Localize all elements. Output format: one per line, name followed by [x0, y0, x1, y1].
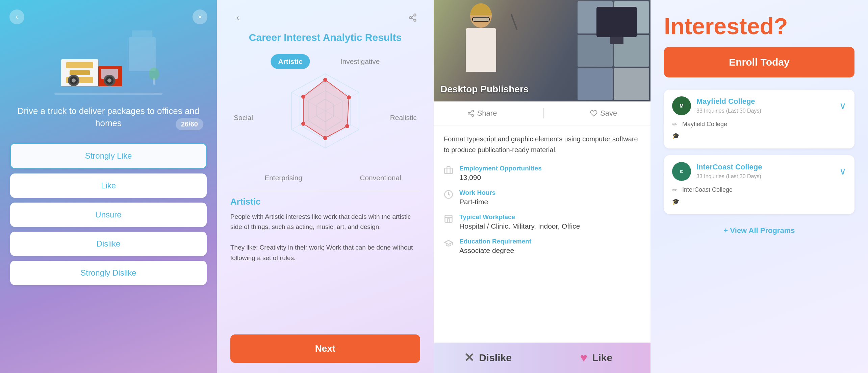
like-footer-button[interactable]: ♥ Like [542, 343, 650, 373]
like-button[interactable]: Like [10, 173, 207, 198]
section-divider [230, 191, 420, 191]
graduation-icon-3: 🎓 [672, 198, 679, 205]
career-analytic-panel: ‹ Career Interest Analytic Results [217, 0, 434, 373]
building-icon [444, 214, 455, 225]
like-footer-label: Like [592, 352, 612, 364]
pencil-icon-2: ✏ [672, 186, 679, 194]
mayfield-college-card: M Mayfield College 33 Inquiries (Last 30… [664, 90, 854, 148]
building-decoration [129, 37, 156, 71]
answer-options: Strongly Like Like Unsure Dislike Strong… [10, 143, 207, 285]
section-title: Artistic [230, 196, 420, 207]
mayfield-logo: M [672, 96, 691, 115]
svg-marker-12 [303, 80, 349, 138]
job-description: Format typescript and graphic elements u… [444, 134, 640, 155]
mayfield-detail-name: Mayfield College [682, 121, 727, 128]
intercoast-college-name[interactable]: InterCoast College [696, 163, 839, 171]
intercoast-expand-button[interactable]: ∨ [839, 166, 846, 177]
intercoast-detail-row-2: 🎓 [672, 196, 846, 207]
panel2-back-button[interactable]: ‹ [230, 10, 245, 25]
mayfield-college-name[interactable]: Mayfield College [696, 97, 839, 106]
analytic-title: Career Interest Analytic Results [230, 32, 420, 43]
svg-point-17 [301, 122, 305, 126]
workplace-info: Typical Workplace Hospital / Clinic, Mil… [444, 213, 640, 230]
pencil-icon: ✏ [672, 121, 679, 128]
job-actions-bar: Share Save [434, 101, 650, 125]
save-label: Save [600, 109, 617, 118]
radar-chart: Artistic Investigative Social Realistic … [230, 53, 420, 182]
intercoast-detail-name: InterCoast College [682, 186, 733, 193]
progress-indicator: 26/60 [176, 118, 203, 130]
svg-point-21 [471, 115, 474, 117]
workplace-value: Hospital / Clinic, Military, Indoor, Off… [459, 222, 580, 230]
save-action-button[interactable]: Save [590, 109, 617, 118]
like-dislike-footer: ✕ Dislike ♥ Like [434, 343, 650, 373]
svg-rect-24 [444, 168, 452, 173]
intercoast-college-card: IC InterCoast College 33 Inquiries (Last… [664, 155, 854, 214]
employment-info: Employment Opportunities 13,090 [444, 165, 640, 182]
education-info: Education Requirement Associate degree [444, 238, 640, 255]
employment-value: 13,090 [459, 173, 542, 182]
job-content: Format typescript and graphic elements u… [434, 125, 650, 343]
actions-divider [543, 108, 544, 118]
svg-point-14 [347, 95, 351, 99]
svg-point-2 [414, 19, 416, 21]
svg-line-4 [411, 16, 414, 17]
workplace-label: Typical Workplace [459, 213, 580, 221]
view-all-programs-button[interactable]: + View All Programs [664, 226, 854, 235]
career-quiz-panel: ‹ × [0, 0, 217, 373]
svg-line-22 [470, 114, 472, 115]
dislike-button[interactable]: Dislike [10, 232, 207, 256]
mayfield-detail-row-1: ✏ Mayfield College [672, 119, 846, 130]
svg-line-23 [470, 112, 472, 113]
share-action-button[interactable]: Share [467, 109, 497, 118]
job-hero-image: Desktop Publishers [434, 0, 650, 101]
dislike-footer-button[interactable]: ✕ Dislike [434, 343, 542, 373]
artistic-label: Artistic [271, 54, 310, 69]
svg-point-1 [409, 17, 412, 19]
dislike-x-icon: ✕ [464, 351, 474, 365]
intercoast-logo: IC [672, 162, 691, 181]
conventional-label: Conventional [360, 174, 401, 182]
unsure-button[interactable]: Unsure [10, 203, 207, 227]
mayfield-detail-row-2: 🎓 [672, 130, 846, 142]
strongly-like-button[interactable]: Strongly Like [10, 143, 207, 169]
enroll-button[interactable]: Enroll Today [664, 47, 854, 77]
job-title: Desktop Publishers [440, 84, 529, 95]
job-detail-panel: Desktop Publishers Share Save Format typ… [434, 0, 650, 373]
like-heart-icon: ♥ [580, 351, 587, 365]
social-label: Social [234, 114, 253, 122]
panel2-share-button[interactable] [405, 10, 420, 25]
enterprising-label: Enterprising [264, 174, 302, 182]
close-button[interactable]: × [193, 9, 207, 24]
svg-line-3 [411, 18, 414, 20]
graduation-icon [444, 238, 455, 249]
tree-decoration [149, 68, 159, 85]
monitor-decoration [596, 7, 637, 37]
interested-panel: Interested? Enroll Today M Mayfield Coll… [650, 0, 868, 373]
strongly-dislike-button[interactable]: Strongly Dislike [10, 261, 207, 285]
svg-point-20 [468, 112, 470, 114]
truck-graphic [61, 71, 122, 86]
back-button[interactable]: ‹ [9, 9, 24, 24]
work-hours-value: Part-time [459, 198, 495, 206]
realistic-label: Realistic [390, 114, 417, 122]
investigative-label: Investigative [340, 54, 380, 69]
truck-cargo [61, 59, 98, 86]
dislike-footer-label: Dislike [479, 352, 512, 364]
road-decoration [54, 93, 162, 95]
intercoast-detail-row-1: ✏ InterCoast College [672, 184, 846, 196]
svg-point-15 [345, 124, 349, 128]
briefcase-icon [444, 165, 455, 176]
work-hours-info: Work Hours Part-time [444, 189, 640, 206]
next-button[interactable]: Next [230, 334, 420, 363]
clock-icon [444, 190, 455, 201]
interested-title: Interested? [664, 14, 854, 39]
education-label: Education Requirement [459, 238, 531, 245]
mayfield-expand-button[interactable]: ∨ [839, 100, 846, 111]
svg-point-19 [471, 110, 474, 112]
intercoast-inquiries: 33 Inquiries (Last 30 Days) [696, 173, 839, 180]
truck-illustration [51, 27, 166, 95]
work-hours-label: Work Hours [459, 189, 495, 196]
artistic-description-1: People with Artistic interests like work… [230, 212, 420, 263]
panel2-header: ‹ [230, 10, 420, 25]
